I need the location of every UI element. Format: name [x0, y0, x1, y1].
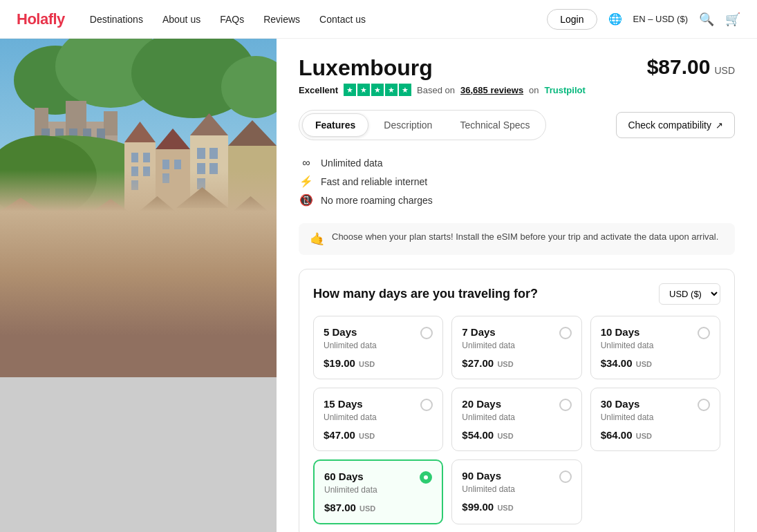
plan-data-10d: Unlimited data	[601, 341, 710, 350]
info-banner: 🤙 Choose when your plan starts! Install …	[299, 223, 735, 255]
svg-rect-39	[83, 218, 138, 377]
svg-rect-19	[228, 146, 277, 232]
svg-marker-69	[135, 196, 180, 215]
globe-icon: 🌐	[608, 12, 622, 26]
content-panel: Luxembourg $87.00 USD Excellent ★ ★ ★ ★ …	[277, 39, 757, 532]
image-panel: H Scan the QR code and connect instantly	[0, 39, 277, 532]
svg-rect-59	[182, 220, 194, 235]
plan-price-currency-60d: USD	[359, 504, 375, 513]
nav-faqs[interactable]: FAQs	[220, 14, 244, 25]
nav-destinations[interactable]: Destinations	[90, 14, 143, 25]
price-currency: USD	[714, 65, 735, 76]
plan-data-60d: Unlimited data	[324, 485, 432, 495]
svg-rect-37	[0, 211, 41, 377]
search-icon[interactable]: 🔍	[699, 12, 714, 27]
plan-card-header-15d: 15 Days	[324, 398, 433, 411]
star-5: ★	[399, 84, 411, 96]
plan-card-60d[interactable]: 60 Days Unlimited data $87.00 USD	[313, 459, 443, 524]
svg-rect-47	[6, 265, 17, 279]
features-list: ∞ Unlimited data ⚡ Fast and reliable int…	[299, 154, 735, 209]
plan-price-currency-10d: USD	[636, 360, 652, 368]
svg-rect-29	[162, 160, 169, 169]
plan-data-7d: Unlimited data	[462, 341, 571, 350]
rating-excellent: Excellent	[299, 85, 338, 95]
svg-rect-65	[0, 357, 277, 377]
plan-card-header-20d: 20 Days	[462, 398, 571, 411]
no-roaming-icon: 📵	[299, 193, 314, 207]
svg-rect-61	[214, 220, 227, 235]
plan-data-5d: Unlimited data	[324, 341, 433, 350]
svg-rect-18	[190, 135, 228, 232]
external-link-icon: ↗	[716, 120, 723, 131]
plan-name-30d: 30 Days	[601, 398, 640, 410]
plan-name-90d: 90 Days	[462, 470, 501, 482]
tab-features[interactable]: Features	[302, 113, 368, 137]
check-compatibility-button[interactable]: Check compatibility ↗	[616, 112, 735, 138]
plan-radio-15d	[420, 399, 433, 411]
page-layout: H Scan the QR code and connect instantly…	[0, 39, 757, 532]
tab-technical-specs[interactable]: Technical Specs	[447, 113, 542, 137]
svg-rect-60	[198, 220, 211, 235]
plan-card-20d[interactable]: 20 Days Unlimited data $54.00 USD	[451, 388, 581, 451]
svg-rect-43	[6, 224, 17, 238]
svg-rect-34	[197, 163, 205, 174]
star-4: ★	[385, 84, 398, 96]
svg-rect-46	[21, 245, 32, 258]
feature-no-roaming: 📵 No more roaming charges	[299, 191, 735, 209]
plan-section-header: How many days are you traveling for? USD…	[313, 283, 720, 305]
plan-data-20d: Unlimited data	[462, 412, 571, 422]
plan-price-5d: $19.00 USD	[324, 357, 433, 369]
star-2: ★	[357, 84, 370, 96]
login-button[interactable]: Login	[547, 9, 597, 30]
svg-rect-7	[104, 111, 118, 135]
plan-radio-5d	[420, 327, 433, 339]
product-title: Luxembourg	[299, 55, 433, 81]
info-text: Choose when your plan starts! Install th…	[332, 231, 718, 242]
plan-price-currency-20d: USD	[497, 432, 513, 440]
svg-rect-48	[44, 236, 55, 249]
review-count-link[interactable]: 36,685 reviews	[460, 85, 523, 95]
svg-rect-26	[131, 167, 138, 176]
lang-label[interactable]: EN – USD ($)	[633, 14, 688, 24]
svg-rect-24	[131, 153, 138, 162]
plan-grid: 5 Days Unlimited data $19.00 USD 7 Days …	[313, 316, 720, 524]
infinity-icon: ∞	[299, 157, 314, 169]
svg-rect-41	[176, 208, 228, 377]
nav-about[interactable]: About us	[162, 14, 200, 25]
plan-section-title: How many days are you traveling for?	[313, 287, 538, 301]
cart-icon[interactable]: 🛒	[725, 12, 740, 27]
star-3: ★	[371, 84, 384, 96]
svg-rect-40	[135, 215, 180, 377]
svg-rect-57	[141, 225, 152, 239]
tabs-row: Features Description Technical Specs Che…	[299, 110, 735, 140]
svg-rect-54	[122, 229, 134, 244]
plan-card-15d[interactable]: 15 Days Unlimited data $47.00 USD	[313, 388, 443, 451]
price-display: $87.00 USD	[647, 55, 735, 79]
nav-contact[interactable]: Contact us	[319, 14, 366, 25]
star-1: ★	[344, 84, 356, 96]
svg-rect-38	[38, 225, 86, 377]
svg-rect-64	[263, 229, 273, 244]
plan-card-5d[interactable]: 5 Days Unlimited data $19.00 USD	[313, 316, 443, 379]
plan-price-20d: $54.00 USD	[462, 429, 571, 441]
svg-rect-32	[197, 148, 205, 159]
plan-card-10d[interactable]: 10 Days Unlimited data $34.00 USD	[590, 316, 720, 379]
trustpilot-label[interactable]: Trustpilot	[545, 85, 586, 95]
tab-description[interactable]: Description	[371, 113, 445, 137]
plan-name-10d: 10 Days	[601, 326, 640, 338]
tab-group: Features Description Technical Specs	[299, 110, 546, 140]
plan-card-30d[interactable]: 30 Days Unlimited data $64.00 USD	[590, 388, 720, 451]
plan-card-90d[interactable]: 90 Days Unlimited data $99.00 USD	[451, 459, 581, 524]
currency-selector[interactable]: USD ($)	[659, 283, 720, 305]
plan-radio-10d	[698, 327, 710, 339]
svg-rect-55	[88, 249, 101, 265]
logo[interactable]: Holafly	[17, 10, 65, 28]
plan-name-5d: 5 Days	[324, 326, 357, 338]
svg-rect-30	[174, 160, 181, 169]
plan-card-7d[interactable]: 7 Days Unlimited data $27.00 USD	[451, 316, 581, 379]
svg-rect-44	[21, 224, 32, 238]
nav-reviews[interactable]: Reviews	[263, 14, 300, 25]
svg-rect-36	[197, 178, 205, 189]
plan-price-7d: $27.00 USD	[462, 357, 571, 369]
plan-price-10d: $34.00 USD	[601, 357, 710, 369]
